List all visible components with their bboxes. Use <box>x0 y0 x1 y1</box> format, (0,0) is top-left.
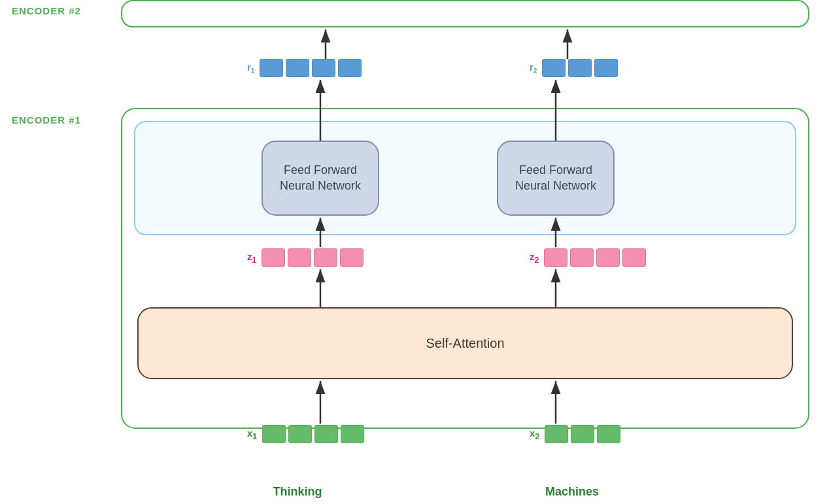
word-machines: Machines <box>545 485 599 499</box>
r2-block-1 <box>542 59 566 77</box>
encoder2-label: ENCODER #2 <box>12 5 81 16</box>
x2-block-3 <box>597 425 620 443</box>
x2-block-1 <box>545 425 568 443</box>
x1-block-1 <box>262 425 286 443</box>
x1-group: x1 <box>247 425 364 443</box>
z2-block-1 <box>544 248 567 267</box>
r2-group: r2 <box>530 59 618 77</box>
z2-block-4 <box>622 248 646 267</box>
z1-block-3 <box>314 248 337 267</box>
ffnn-box-2: Feed ForwardNeural Network <box>497 141 615 216</box>
r1-block-1 <box>260 59 283 77</box>
r1-block-4 <box>338 59 362 77</box>
ffnn-box-1: Feed ForwardNeural Network <box>262 141 379 216</box>
z1-block-1 <box>262 248 285 267</box>
z2-label: z2 <box>530 251 539 265</box>
x2-label: x2 <box>530 428 539 441</box>
r2-block-2 <box>568 59 592 77</box>
r2-label: r2 <box>530 61 537 75</box>
r1-block-2 <box>286 59 309 77</box>
z1-group: z1 <box>247 248 364 267</box>
encoder1-label: ENCODER #1 <box>12 114 81 126</box>
r2-block-3 <box>594 59 618 77</box>
z1-block-2 <box>288 248 311 267</box>
r1-label: r1 <box>247 61 254 75</box>
z2-block-2 <box>570 248 594 267</box>
encoder2-box <box>121 0 809 27</box>
x1-label: x1 <box>247 428 257 441</box>
r1-group: r1 <box>247 59 362 77</box>
x1-block-4 <box>341 425 364 443</box>
word-thinking: Thinking <box>273 485 322 499</box>
x2-block-2 <box>571 425 594 443</box>
z2-group: z2 <box>530 248 646 267</box>
z1-label: z1 <box>247 251 256 265</box>
self-attention-box: Self-Attention <box>137 307 793 379</box>
r1-block-3 <box>312 59 335 77</box>
z1-block-4 <box>340 248 364 267</box>
ffnn-inner-box <box>134 121 796 235</box>
z2-block-3 <box>596 248 620 267</box>
x1-block-2 <box>288 425 312 443</box>
x1-block-3 <box>314 425 338 443</box>
x2-group: x2 <box>530 425 620 443</box>
diagram-container: ENCODER #2 ENCODER #1 Feed ForwardNeural… <box>0 0 829 504</box>
